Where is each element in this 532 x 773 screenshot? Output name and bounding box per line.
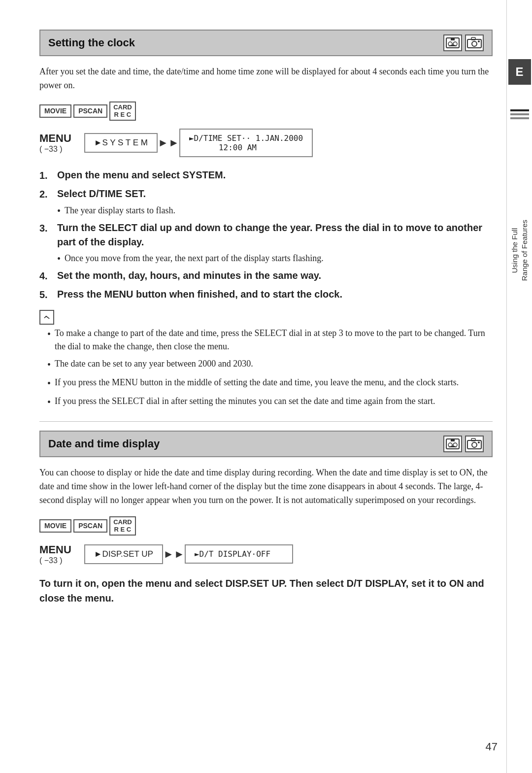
step-2: 2. Select D/TIME SET. — [39, 187, 493, 202]
section-divider — [39, 421, 493, 422]
section1-intro: After you set the date and time, the dat… — [39, 65, 493, 93]
step-3-bullet-text: Once you move from the year, the next pa… — [65, 253, 324, 264]
svg-point-13 — [472, 442, 477, 447]
note-3-text: If you press the MENU button in the midd… — [55, 376, 459, 389]
section1-menu-nav: MENU ( −33 ) ►S Y S T E M ►► ►D/TIME SET… — [39, 129, 493, 157]
note-4: • If you press the SELECT dial in after … — [47, 395, 493, 409]
sidebar-text-1: Using the Full — [510, 228, 519, 273]
note-1-text: To make a change to part of the date and… — [55, 327, 493, 353]
nav-box-dtime: ►D/TIME SET·· 1.JAN.2000 12:00 AM — [179, 129, 313, 157]
note-2-text: The date can be set to any year between … — [55, 357, 253, 370]
step-2-num: 2. — [39, 187, 55, 202]
svg-rect-3 — [451, 38, 455, 40]
note-4-text: If you press the SELECT dial in after se… — [55, 395, 435, 408]
section2-icons — [443, 436, 484, 452]
svg-rect-14 — [471, 438, 475, 441]
nav-disp-text: ►DISP.SET UP — [94, 549, 153, 559]
step-5-text: Press the MENU button when finished, and… — [57, 287, 493, 302]
sidebar-line-1 — [510, 109, 529, 111]
page-container: Setting the clock — [0, 0, 532, 773]
nav-dtime-line2: 12:00 AM — [219, 143, 257, 152]
bullet-3: • — [57, 253, 61, 265]
arrow-double-icon-2: ►► — [163, 548, 185, 561]
tab-e: E — [508, 59, 531, 85]
sidebar-rotated-label: Using the Full Range of Features — [510, 220, 530, 281]
step-3-sub: • Once you move from the year, the next … — [57, 253, 493, 265]
sidebar-text-2: Range of Features — [520, 220, 528, 281]
step-5-num: 5. — [39, 287, 55, 302]
pscan-button-2: PSCAN — [73, 519, 107, 533]
step-2-text: Select D/TIME SET. — [57, 187, 493, 201]
step-4-num: 4. — [39, 269, 55, 283]
pscan-button: PSCAN — [73, 104, 107, 118]
menu-label-block: MENU ( −33 ) — [39, 132, 77, 154]
section2-button-row: MOVIE PSCAN CARDR E C — [39, 516, 493, 536]
arrow-double-icon: ►► — [158, 136, 179, 149]
step-5: 5. Press the MENU button when finished, … — [39, 287, 493, 302]
nav-box-dt-display: ►D/T DISPLAY·OFF — [185, 544, 293, 564]
menu-label-block-2: MENU ( −33 ) — [39, 543, 77, 565]
note-1: • To make a change to part of the date a… — [47, 327, 493, 353]
section2-intro: You can choose to display or hide the da… — [39, 466, 493, 507]
menu-sub: ( −33 ) — [39, 145, 77, 154]
tape-icon — [443, 34, 462, 51]
section1-title: Setting the clock — [48, 36, 135, 49]
section2-title: Date and time display — [48, 437, 160, 450]
movie-button: MOVIE — [39, 104, 71, 118]
sidebar-line-2 — [510, 113, 529, 115]
bullet-2: • — [57, 205, 61, 217]
menu-label-2: MENU — [39, 543, 71, 556]
menu-sub-2: ( −33 ) — [39, 556, 77, 565]
step-2-bullet-text: The year display starts to flash. — [65, 205, 175, 216]
svg-point-5 — [472, 41, 477, 46]
camera-icon-2 — [465, 436, 484, 452]
step-1: 1. Open the menu and select SYSTEM. — [39, 168, 493, 183]
section1-icons — [443, 34, 484, 51]
nav-arrow-2: ►► — [163, 545, 185, 563]
movie-button-2: MOVIE — [39, 519, 71, 533]
card-rec-button-1: CARDR E C — [109, 101, 136, 121]
sidebar-lines-block — [510, 109, 529, 121]
section1-notes: ㇸ • To make a change to part of the date… — [39, 310, 493, 409]
page-number: 47 — [486, 740, 498, 753]
card-rec-button-2: CARDR E C — [109, 516, 136, 536]
section2-menu-nav: MENU ( −33 ) ►DISP.SET UP ►► ►D/T DISPLA… — [39, 543, 493, 565]
step-1-num: 1. — [39, 168, 55, 183]
svg-rect-11 — [451, 439, 455, 441]
nav-arrow-1: ►► — [158, 134, 179, 152]
section1-button-row: MOVIE PSCAN CARDR E C — [39, 101, 493, 121]
camera-icon — [465, 34, 484, 51]
section1-steps: 1. Open the menu and select SYSTEM. 2. S… — [39, 168, 493, 302]
nav-dtime-line1: ►D/TIME SET·· 1.JAN.2000 — [189, 134, 303, 143]
menu-label: MENU — [39, 132, 71, 144]
step-1-text: Open the menu and select SYSTEM. — [57, 168, 493, 182]
note-icon: ㇸ — [39, 310, 54, 325]
section2-header: Date and time display — [39, 431, 493, 457]
right-sidebar: E Using the Full Range of Features — [506, 0, 532, 773]
nav-box-system: ►S Y S T E M — [84, 133, 158, 153]
section1-header: Setting the clock — [39, 30, 493, 56]
svg-point-15 — [478, 441, 480, 443]
step-3-num: 3. — [39, 221, 55, 235]
step-2-sub: • The year display starts to flash. — [57, 205, 493, 217]
section2-bottom-text: To turn it on, open the menu and select … — [39, 576, 493, 605]
step-4-text: Set the month, day, hours, and minutes i… — [57, 269, 493, 283]
note-bullets-list: • To make a change to part of the date a… — [47, 327, 493, 409]
step-4: 4. Set the month, day, hours, and minute… — [39, 269, 493, 283]
tape-icon-2 — [443, 436, 462, 452]
note-3: • If you press the MENU button in the mi… — [47, 376, 493, 391]
step-3: 3. Turn the SELECT dial up and down to c… — [39, 221, 493, 249]
note-2: • The date can be set to any year betwee… — [47, 357, 493, 372]
step-3-text: Turn the SELECT dial up and down to chan… — [57, 221, 493, 249]
svg-rect-6 — [471, 37, 475, 40]
nav-dt-display-text: ►D/T DISPLAY·OFF — [195, 549, 270, 559]
svg-point-7 — [478, 40, 480, 42]
nav-system-text: ►S Y S T E M — [94, 138, 148, 148]
sidebar-line-3 — [510, 117, 529, 119]
nav-box-disp: ►DISP.SET UP — [84, 544, 163, 564]
